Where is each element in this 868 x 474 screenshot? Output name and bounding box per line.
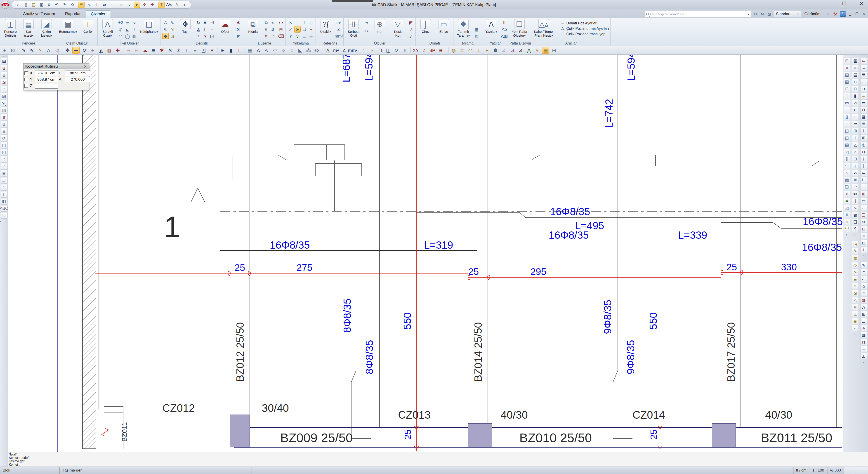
grid-hatch-icon[interactable]: ⌗ xyxy=(473,20,480,26)
edit-polyline-icon[interactable]: ✎ xyxy=(20,47,27,54)
sheet-b-icon[interactable]: ❏ xyxy=(860,318,867,324)
corner-join-icon[interactable]: Γ xyxy=(202,26,209,33)
table-y-icon[interactable]: ▦ xyxy=(852,255,859,261)
text-3d-icon[interactable]: A▦ xyxy=(501,33,507,39)
chart-green-icon[interactable]: ⋀ xyxy=(525,47,532,54)
mirror-icon[interactable]: ◭ xyxy=(97,47,105,54)
cad-label[interactable]: L=319 xyxy=(424,239,453,251)
floor-plan-icon[interactable]: ▤ xyxy=(844,72,850,78)
offset-cloud-icon[interactable]: ☁ xyxy=(142,47,149,54)
multi-point-icon[interactable]: ⁂ xyxy=(305,47,312,54)
braces-icon[interactable]: ⋈ xyxy=(852,191,859,197)
hatch-dense-icon[interactable]: ▩ xyxy=(844,177,850,183)
image-icon[interactable]: ▥ xyxy=(131,33,137,39)
ramp-icon[interactable]: ◠ xyxy=(467,47,474,54)
kesit-button[interactable]: ▽Kesit Kot xyxy=(390,19,406,37)
trapez-icon[interactable]: ⊿ xyxy=(852,100,859,106)
kot-button[interactable]: ⊕Kot xyxy=(372,19,388,34)
slab-tool-icon[interactable]: ▱ xyxy=(1,177,7,184)
cross-snap-icon[interactable]: ⤫ xyxy=(287,26,294,33)
weld-b-icon[interactable]: ⊹ xyxy=(860,156,867,162)
cad-label[interactable]: BZ011 25/50 xyxy=(761,431,833,445)
triangle-fill-icon[interactable]: ◣ xyxy=(124,26,131,33)
auto-scale-icon[interactable]: A/s xyxy=(166,2,172,8)
cad-label[interactable]: 9Φ8/35 xyxy=(625,340,637,374)
mesh-b-icon[interactable]: ▦ xyxy=(860,114,867,120)
layers-y-icon[interactable]: ≣ xyxy=(852,276,859,282)
plate-flat-icon[interactable]: ▭ xyxy=(852,121,859,127)
cad-label[interactable]: L=594 xyxy=(363,55,375,81)
stamp-sheet-icon[interactable]: ❏ xyxy=(852,219,859,225)
bend-l-icon[interactable]: ⌐ xyxy=(860,78,867,85)
mirror-icon[interactable]: ◭ xyxy=(195,26,202,33)
tag-edit-icon[interactable]: ⊡ xyxy=(169,33,176,39)
tanımlı-button[interactable]: ❖Tanımlı Tarama xyxy=(455,19,471,38)
mid-snap-icon[interactable]: ✶ xyxy=(308,26,314,33)
grid-red-icon[interactable]: ⌗ xyxy=(860,290,867,296)
dock-overflow-icon[interactable]: ▸ xyxy=(846,233,848,236)
table-active-icon[interactable]: ▦ xyxy=(542,47,549,54)
paste-icon[interactable]: ⧇ xyxy=(1,128,7,134)
perp-snap-icon[interactable]: ⊥ xyxy=(301,20,307,26)
polygon-icon[interactable]: ◁ xyxy=(53,47,61,54)
zoom-window-icon[interactable]: ⊞ xyxy=(1,47,8,54)
dock-grip[interactable] xyxy=(862,260,866,261)
rotate-icon[interactable]: ↻ xyxy=(81,47,88,54)
column-tool-icon[interactable]: Γ xyxy=(1,191,7,197)
table-plain-icon[interactable]: ⊞ xyxy=(550,47,558,54)
center-snap-icon[interactable]: ⌖ xyxy=(195,33,202,39)
angle-dim-icon[interactable]: ◤ xyxy=(408,20,414,26)
cad-label[interactable]: 16Φ8/35 xyxy=(550,206,590,217)
cad-label[interactable]: 25 xyxy=(649,430,659,440)
plan-dim-icon[interactable]: ¬ xyxy=(364,20,370,26)
house-icon[interactable]: ⌂ xyxy=(852,149,859,155)
section-sq-icon[interactable]: ⊟ xyxy=(852,156,859,162)
detail-box-icon[interactable]: ◳ xyxy=(844,135,850,141)
cad-label[interactable]: 25 xyxy=(235,262,245,273)
column-section[interactable] xyxy=(712,423,736,447)
level-mark-icon[interactable]: ≐ xyxy=(844,198,850,204)
report-icon[interactable]: ▥ xyxy=(1,107,7,114)
stretch-icon[interactable]: ⇹ xyxy=(72,47,80,54)
redo-icon[interactable]: ↷ xyxy=(61,2,68,8)
box-grid-icon[interactable]: ⊞ xyxy=(852,128,859,134)
circle-snap-icon[interactable]: ◇ xyxy=(308,20,314,26)
tag-r-icon[interactable]: ⊡ xyxy=(860,226,867,232)
move-objects-icon[interactable]: ⧉ xyxy=(1,65,7,71)
region-icon[interactable]: ◳ xyxy=(200,47,207,54)
underline-II-icon[interactable]: II xyxy=(501,20,507,26)
etriye-button[interactable]: ▭Etriye xyxy=(436,19,452,34)
clamp-icon[interactable]: ⊓ xyxy=(852,86,859,92)
drawing-canvas[interactable]: 1L=687L=594L=742L=59416Φ8/35L=49516Φ8/35… xyxy=(8,55,843,452)
chart-xy-icon[interactable]: ⊿ xyxy=(500,47,507,54)
building-view-icon[interactable]: ▦ xyxy=(844,78,850,85)
dowel-icon[interactable]: ⊢ xyxy=(860,177,867,183)
offset-object-icon[interactable]: ◱ xyxy=(1,149,7,156)
dock-grip[interactable] xyxy=(862,56,866,57)
auto-abc-icon[interactable]: ABC xyxy=(1,205,7,212)
note-move-icon[interactable]: ⇲ xyxy=(37,47,44,54)
cad-label[interactable]: 9Φ8/35 xyxy=(602,300,614,334)
cad-label[interactable]: 550 xyxy=(401,312,413,330)
cad-label[interactable]: 16Φ8/35 xyxy=(803,216,843,227)
rotate-object-icon[interactable]: ⟳ xyxy=(1,135,7,141)
move-icon[interactable]: ✥ xyxy=(64,47,71,54)
uzaklık-button[interactable]: ?{Uzaklık xyxy=(318,19,334,34)
ofset-button[interactable]: ☁Ofset xyxy=(217,19,233,34)
poly-blue-icon[interactable]: ⬟ xyxy=(492,47,499,54)
kalıp-temel-button[interactable]: △▵Kalıp / Temel Planı Kesiti xyxy=(533,19,554,38)
cad-label[interactable]: CZ014 xyxy=(632,409,665,421)
spline-icon[interactable]: ∿ xyxy=(263,47,270,54)
coord-z-field[interactable] xyxy=(35,83,58,89)
mesh-block-icon[interactable]: ▦ xyxy=(852,58,859,64)
wave-icon[interactable]: ∿ xyxy=(131,20,137,26)
coordinate-box-dialog[interactable]: Koordinat Kutusu ✕ X287.91 cmL88.95 cmY5… xyxy=(23,63,89,90)
note-r-icon[interactable]: ≡ xyxy=(860,233,867,239)
ladder-icon[interactable]: ≣ xyxy=(860,121,867,127)
plus-2-icon[interactable]: +2 xyxy=(118,20,124,26)
open-icon[interactable]: ◱ xyxy=(31,2,37,8)
corner-y2-icon[interactable]: ⌐ xyxy=(852,325,859,331)
serbest-button[interactable]: ⊣⊢Serbest Ölçü xyxy=(345,19,362,37)
explode-icon[interactable]: ✦ xyxy=(209,47,216,54)
çelik-button[interactable]: IÇelik xyxy=(80,19,96,34)
